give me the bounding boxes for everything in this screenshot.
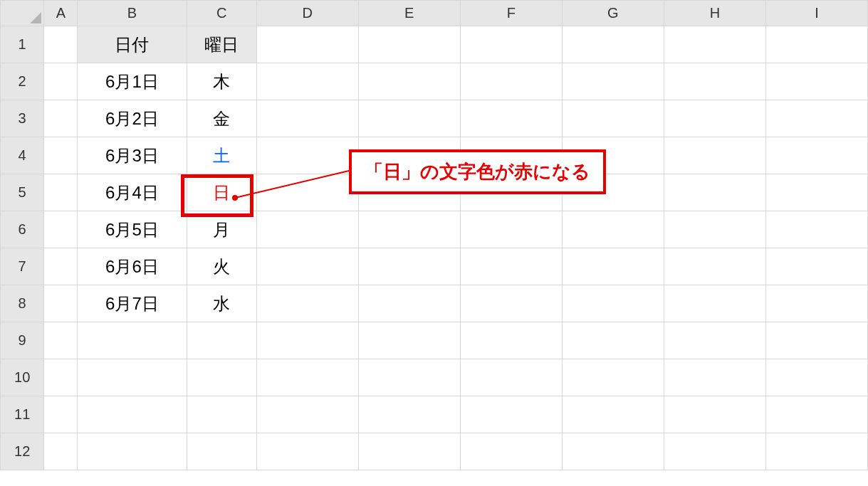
cell-H11[interactable] <box>664 396 765 433</box>
cell-A5[interactable] <box>44 174 78 211</box>
cell-C5[interactable]: 日 <box>187 174 256 211</box>
row-header-2[interactable]: 2 <box>1 63 44 100</box>
cell-D3[interactable] <box>256 100 358 137</box>
cell-D1[interactable] <box>256 26 358 63</box>
cell-B8[interactable]: 6月7日 <box>78 285 187 322</box>
cell-A8[interactable] <box>44 285 78 322</box>
cell-C4[interactable]: 土 <box>187 137 256 174</box>
cell-H1[interactable] <box>664 26 765 63</box>
cell-G11[interactable] <box>562 396 664 433</box>
cell-G2[interactable] <box>562 63 664 100</box>
cell-C8[interactable]: 水 <box>187 285 256 322</box>
cell-F2[interactable] <box>460 63 562 100</box>
cell-A3[interactable] <box>44 100 78 137</box>
cell-A9[interactable] <box>44 322 78 359</box>
cell-D5[interactable] <box>256 174 358 211</box>
cell-D4[interactable] <box>256 137 358 174</box>
cell-F7[interactable] <box>460 248 562 285</box>
cell-D7[interactable] <box>256 248 358 285</box>
cell-B6[interactable]: 6月5日 <box>78 211 187 248</box>
cell-I12[interactable] <box>765 433 867 470</box>
cell-I11[interactable] <box>765 396 867 433</box>
row-header-8[interactable]: 8 <box>1 285 44 322</box>
cell-E6[interactable] <box>358 211 460 248</box>
cell-F6[interactable] <box>460 211 562 248</box>
row-header-9[interactable]: 9 <box>1 322 44 359</box>
cell-B1[interactable]: 日付 <box>78 26 187 63</box>
col-header-B[interactable]: B <box>78 1 187 26</box>
cell-H9[interactable] <box>664 322 765 359</box>
row-header-1[interactable]: 1 <box>1 26 44 63</box>
cell-D8[interactable] <box>256 285 358 322</box>
row-header-4[interactable]: 4 <box>1 137 44 174</box>
select-all-corner[interactable] <box>1 1 44 26</box>
cell-I5[interactable] <box>765 174 867 211</box>
col-header-D[interactable]: D <box>256 1 358 26</box>
cell-B9[interactable] <box>78 322 187 359</box>
cell-C1[interactable]: 曜日 <box>187 26 256 63</box>
cell-C12[interactable] <box>187 433 256 470</box>
cell-C10[interactable] <box>187 359 256 396</box>
cell-C9[interactable] <box>187 322 256 359</box>
cell-F3[interactable] <box>460 100 562 137</box>
cell-C2[interactable]: 木 <box>187 63 256 100</box>
cell-I6[interactable] <box>765 211 867 248</box>
cell-F11[interactable] <box>460 396 562 433</box>
cell-F8[interactable] <box>460 285 562 322</box>
col-header-G[interactable]: G <box>562 1 664 26</box>
col-header-A[interactable]: A <box>44 1 78 26</box>
cell-E2[interactable] <box>358 63 460 100</box>
cell-G10[interactable] <box>562 359 664 396</box>
cell-F12[interactable] <box>460 433 562 470</box>
cell-G9[interactable] <box>562 322 664 359</box>
cell-G7[interactable] <box>562 248 664 285</box>
cell-B10[interactable] <box>78 359 187 396</box>
cell-B2[interactable]: 6月1日 <box>78 63 187 100</box>
cell-E3[interactable] <box>358 100 460 137</box>
cell-B7[interactable]: 6月6日 <box>78 248 187 285</box>
cell-E1[interactable] <box>358 26 460 63</box>
cell-E10[interactable] <box>358 359 460 396</box>
cell-D10[interactable] <box>256 359 358 396</box>
cell-I8[interactable] <box>765 285 867 322</box>
cell-G1[interactable] <box>562 26 664 63</box>
cell-A11[interactable] <box>44 396 78 433</box>
cell-A2[interactable] <box>44 63 78 100</box>
cell-I7[interactable] <box>765 248 867 285</box>
cell-H7[interactable] <box>664 248 765 285</box>
cell-A6[interactable] <box>44 211 78 248</box>
cell-I4[interactable] <box>765 137 867 174</box>
cell-H5[interactable] <box>664 174 765 211</box>
cell-A7[interactable] <box>44 248 78 285</box>
cell-F10[interactable] <box>460 359 562 396</box>
cell-H10[interactable] <box>664 359 765 396</box>
col-header-I[interactable]: I <box>765 1 867 26</box>
cell-E8[interactable] <box>358 285 460 322</box>
col-header-H[interactable]: H <box>664 1 765 26</box>
cell-F9[interactable] <box>460 322 562 359</box>
cell-D9[interactable] <box>256 322 358 359</box>
cell-G12[interactable] <box>562 433 664 470</box>
cell-B4[interactable]: 6月3日 <box>78 137 187 174</box>
cell-F1[interactable] <box>460 26 562 63</box>
cell-A4[interactable] <box>44 137 78 174</box>
col-header-E[interactable]: E <box>358 1 460 26</box>
row-header-5[interactable]: 5 <box>1 174 44 211</box>
row-header-10[interactable]: 10 <box>1 359 44 396</box>
row-header-7[interactable]: 7 <box>1 248 44 285</box>
cell-I10[interactable] <box>765 359 867 396</box>
cell-I1[interactable] <box>765 26 867 63</box>
cell-A12[interactable] <box>44 433 78 470</box>
cell-A10[interactable] <box>44 359 78 396</box>
cell-H12[interactable] <box>664 433 765 470</box>
cell-H8[interactable] <box>664 285 765 322</box>
cell-E7[interactable] <box>358 248 460 285</box>
cell-C11[interactable] <box>187 396 256 433</box>
cell-D12[interactable] <box>256 433 358 470</box>
col-header-C[interactable]: C <box>187 1 256 26</box>
cell-C6[interactable]: 月 <box>187 211 256 248</box>
cell-D6[interactable] <box>256 211 358 248</box>
cell-C7[interactable]: 火 <box>187 248 256 285</box>
cell-I9[interactable] <box>765 322 867 359</box>
cell-C3[interactable]: 金 <box>187 100 256 137</box>
